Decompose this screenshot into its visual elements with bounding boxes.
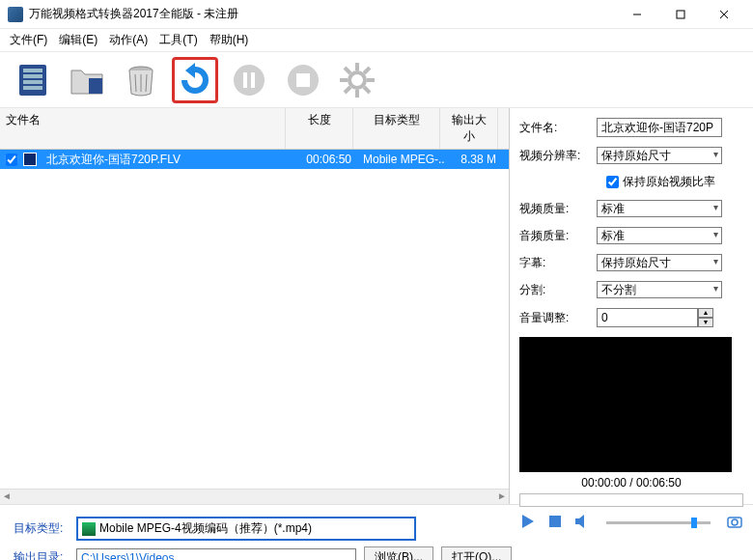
row-length: 00:06:50 <box>290 153 357 166</box>
col-type[interactable]: 目标类型 <box>353 108 440 149</box>
aquality-select[interactable] <box>597 227 722 244</box>
svg-rect-18 <box>296 73 310 87</box>
stop-icon[interactable] <box>546 513 564 533</box>
outdir-label: 输出目录: <box>14 549 76 560</box>
horizontal-scrollbar[interactable] <box>0 489 509 504</box>
window-title: 万能视频格式转换器2017全能版 - 未注册 <box>29 6 615 22</box>
menu-actions[interactable]: 动作(A) <box>109 32 148 48</box>
target-type-label: 目标类型: <box>14 520 76 537</box>
col-filename[interactable]: 文件名 <box>0 108 286 149</box>
row-checkbox[interactable] <box>4 154 19 166</box>
subtitle-select[interactable] <box>597 254 722 271</box>
col-size[interactable]: 输出大小 <box>440 108 498 149</box>
svg-rect-29 <box>549 516 561 527</box>
row-size: 8.38 M <box>444 153 502 166</box>
outdir-field[interactable] <box>76 548 356 561</box>
svg-rect-15 <box>243 72 247 88</box>
volume-up[interactable]: ▲ <box>698 308 713 318</box>
menu-bar: 文件(F) 编辑(E) 动作(A) 工具(T) 帮助(H) <box>0 29 753 52</box>
play-icon[interactable] <box>519 513 537 533</box>
resolution-select[interactable] <box>597 147 722 164</box>
keep-ratio-label: 保持原始视频比率 <box>623 174 715 190</box>
file-list[interactable]: 北京欢迎你-国语720P.FLV 00:06:50 Mobile MPEG-..… <box>0 150 509 489</box>
maximize-button[interactable] <box>658 1 702 28</box>
menu-tools[interactable]: 工具(T) <box>159 32 197 48</box>
svg-rect-7 <box>23 80 42 84</box>
speaker-icon[interactable] <box>573 513 591 533</box>
menu-help[interactable]: 帮助(H) <box>209 32 249 48</box>
svg-line-27 <box>345 87 350 93</box>
svg-line-26 <box>364 68 370 73</box>
vquality-select[interactable] <box>597 200 722 217</box>
vquality-label: 视频质量: <box>519 201 597 217</box>
browse-button[interactable]: 浏览(B)... <box>364 546 433 560</box>
seek-bar[interactable] <box>519 493 743 507</box>
snapshot-icon[interactable] <box>726 513 743 533</box>
minimize-button[interactable] <box>615 1 658 28</box>
subtitle-label: 字幕: <box>519 255 597 271</box>
split-label: 分割: <box>519 282 597 298</box>
toolbar <box>0 52 753 108</box>
convert-button[interactable] <box>172 57 218 103</box>
volume-label: 音量调整: <box>519 310 597 326</box>
svg-point-32 <box>732 519 738 525</box>
format-icon <box>82 522 96 536</box>
svg-rect-1 <box>677 11 684 18</box>
svg-marker-28 <box>522 515 534 528</box>
row-filename: 北京欢迎你-国语720P.FLV <box>41 152 290 168</box>
time-display: 00:00:00 / 00:06:50 <box>519 476 743 490</box>
volume-field[interactable] <box>597 308 698 327</box>
file-icon <box>23 153 37 166</box>
pause-button[interactable] <box>226 57 272 103</box>
app-icon <box>8 7 23 22</box>
close-button[interactable] <box>702 1 745 28</box>
col-length[interactable]: 长度 <box>286 108 353 149</box>
delete-button[interactable] <box>118 57 164 103</box>
video-preview <box>519 337 732 472</box>
svg-rect-6 <box>23 74 42 78</box>
menu-file[interactable]: 文件(F) <box>10 32 47 48</box>
svg-rect-5 <box>23 69 42 72</box>
split-select[interactable] <box>597 281 722 298</box>
svg-line-25 <box>364 87 370 93</box>
volume-slider[interactable] <box>606 521 711 524</box>
add-folder-button[interactable] <box>64 57 110 103</box>
aquality-label: 音频质量: <box>519 228 597 244</box>
svg-rect-16 <box>251 72 255 88</box>
list-header: 文件名 长度 目标类型 输出大小 <box>0 108 509 150</box>
target-type-value: Mobile MPEG-4视频编码（推荐）(*.mp4) <box>99 520 312 537</box>
svg-rect-9 <box>89 78 102 94</box>
settings-button[interactable] <box>334 57 380 103</box>
svg-point-14 <box>234 65 265 96</box>
open-button[interactable]: 打开(O)... <box>441 546 512 560</box>
volume-down[interactable]: ▼ <box>698 318 713 327</box>
svg-rect-8 <box>23 86 42 90</box>
target-type-select[interactable]: Mobile MPEG-4视频编码（推荐）(*.mp4) <box>76 517 416 541</box>
add-file-button[interactable] <box>10 57 56 103</box>
menu-edit[interactable]: 编辑(E) <box>59 32 98 48</box>
filename-label: 文件名: <box>519 120 597 136</box>
svg-point-19 <box>349 72 365 88</box>
keep-ratio-checkbox[interactable] <box>606 176 619 188</box>
list-item[interactable]: 北京欢迎你-国语720P.FLV 00:06:50 Mobile MPEG-..… <box>0 150 509 169</box>
resolution-label: 视频分辨率: <box>519 148 597 164</box>
row-type: Mobile MPEG-... <box>357 153 444 166</box>
filename-field[interactable] <box>597 118 722 137</box>
svg-marker-30 <box>575 515 584 528</box>
svg-line-24 <box>345 68 350 73</box>
stop-button[interactable] <box>280 57 326 103</box>
title-bar: 万能视频格式转换器2017全能版 - 未注册 <box>0 0 753 29</box>
